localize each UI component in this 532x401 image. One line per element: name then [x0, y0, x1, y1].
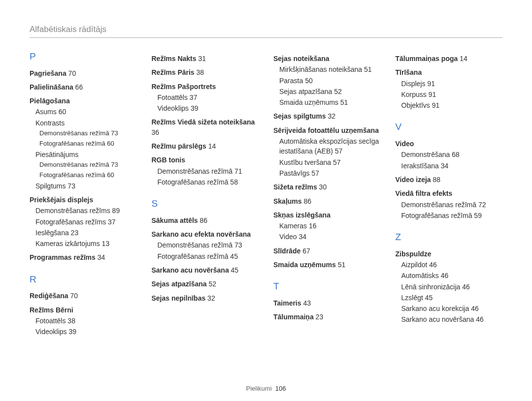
index-subentry[interactable]: Demonstrēšana 68 — [396, 150, 503, 159]
index-entry[interactable]: Priekšējais displejs — [30, 195, 137, 205]
index-letter: R — [30, 273, 137, 286]
index-subentry[interactable]: Video 34 — [273, 232, 381, 242]
index-letter: P — [30, 50, 137, 63]
column-2: Režīms Nakts 31Režīms Pāris 38Režīms Paš… — [152, 50, 259, 337]
index-subsubentry[interactable]: Fotografēšanas režīmā 60 — [30, 171, 137, 180]
index-entry[interactable]: Režīms Bērni — [30, 305, 137, 315]
index-entry[interactable]: Sejas atpazīšana 52 — [152, 279, 259, 289]
index-entry[interactable]: Video — [396, 139, 503, 149]
page-ref: 32 — [207, 294, 215, 302]
index-subentry[interactable]: Demonstrēšanas režīmā 73 — [152, 240, 259, 250]
index-entry[interactable]: Skņas izslēgšana — [273, 210, 381, 220]
index-subentry[interactable]: Korpuss 91 — [396, 90, 503, 99]
index-subentry[interactable]: Kustību tveršana 57 — [273, 157, 381, 167]
index-entry[interactable]: Režīms Pāris 38 — [152, 67, 259, 77]
index-entry[interactable]: Zibspuldze — [396, 249, 503, 259]
index-subentry[interactable]: Lzslēgt 45 — [396, 293, 503, 303]
page-ref: 52 — [208, 280, 216, 288]
index-subentry[interactable]: Fotografēšanas režīmā 45 — [152, 251, 259, 261]
page-ref: 31 — [198, 55, 206, 62]
index-entry[interactable]: Sižeta režīms 30 — [273, 182, 381, 192]
index-subentry[interactable]: Sarkano acu korekcija 46 — [396, 304, 503, 313]
index-entry[interactable]: Sērijveida fotoattēlu uzņemšana — [273, 125, 381, 135]
index-entry[interactable]: Tālummaiņa 23 — [273, 312, 381, 322]
index-subentry[interactable]: Ieslēgšana 23 — [30, 228, 137, 238]
index-entry[interactable]: Tālummaiņas poga 14 — [396, 54, 503, 63]
index-subsubentry[interactable]: Fotografēšanas režīmā 60 — [30, 139, 137, 149]
index-subentry[interactable]: Asums 60 — [30, 107, 137, 117]
index-subentry[interactable]: Kameras izkārtojums 13 — [30, 239, 137, 248]
index-subentry[interactable]: Demonstrēšanas režīmā 72 — [396, 200, 503, 210]
index-entry[interactable]: Taimeris 43 — [273, 298, 381, 308]
index-subentry[interactable]: Sarkano acu novēršana 46 — [396, 314, 503, 324]
index-entry[interactable]: Režīms Nakts 31 — [152, 54, 259, 63]
index-entry[interactable]: Sejas spilgtums 32 — [273, 111, 381, 121]
index-subsubentry[interactable]: Demonstrēšanas režīmā 73 — [30, 160, 137, 170]
index-subentry[interactable]: Kontrasts — [30, 118, 137, 128]
index-entry[interactable]: Programmas režīms 34 — [30, 252, 137, 262]
page-ref: 34 — [98, 253, 105, 261]
page-ref: 45 — [231, 266, 239, 274]
index-subentry[interactable]: Pastāvīgs 57 — [273, 168, 381, 178]
index-subentry[interactable]: Aizpildot 46 — [396, 260, 503, 270]
index-subentry[interactable]: Automātiska ekspozīcijas secīga iestatīš… — [273, 136, 381, 156]
index-entry[interactable]: Sarkano acu novēršana 45 — [152, 265, 259, 275]
index-subentry[interactable]: Sejas atpazīšana 52 — [273, 87, 381, 96]
page-ref: 86 — [303, 197, 311, 205]
page-ref: 38 — [197, 68, 204, 76]
column-4: Tālummaiņas poga 14TīrīšanaDisplejs 91Ko… — [396, 50, 503, 337]
index-entry[interactable]: Skaļums 86 — [273, 196, 381, 206]
page-header: Alfabētiskais rādītājs — [30, 25, 502, 38]
index-subentry[interactable]: Lēnā sinhronizācija 46 — [396, 282, 503, 292]
index-letter: Z — [396, 230, 503, 244]
index-subentry[interactable]: Fotoattēls 38 — [30, 316, 137, 326]
index-subentry[interactable]: Smaida uzņēmums 51 — [273, 97, 381, 107]
index-entry[interactable]: Palielināšana 66 — [30, 82, 137, 92]
index-entry[interactable]: Sejas noteikšana — [273, 54, 381, 63]
index-letter: T — [273, 279, 381, 293]
page-ref: 67 — [302, 247, 310, 255]
index-entry[interactable]: Viedā filtra efekts — [396, 188, 503, 198]
page-ref: 43 — [303, 299, 311, 307]
page-ref: 51 — [338, 261, 346, 269]
page-ref: 23 — [316, 313, 324, 321]
index-subentry[interactable]: Objektīvs 91 — [396, 100, 503, 110]
index-subentry[interactable]: Parasta 50 — [273, 76, 381, 86]
index-subentry[interactable]: Mirkšķināšanas noteikšana 51 — [273, 64, 381, 74]
index-subsubentry[interactable]: Demonstrēšanas režīmā 73 — [30, 129, 137, 138]
index-letter: V — [396, 120, 503, 134]
index-subentry[interactable]: Automātisks 46 — [396, 271, 503, 280]
index-subentry[interactable]: Ierakstīšana 34 — [396, 161, 503, 171]
index-subentry[interactable]: Demonstrēšanas režīmā 71 — [152, 166, 259, 176]
index-entry[interactable]: Rediģēšana 70 — [30, 291, 137, 301]
index-entry[interactable]: Režīms Pašportrets — [152, 82, 259, 92]
index-subentry[interactable]: Displejs 91 — [396, 79, 503, 89]
index-subentry[interactable]: Demonstrēšanas režīms 89 — [30, 206, 137, 216]
index-subentry[interactable]: Videoklips 39 — [30, 327, 137, 337]
index-columns: PPagriešana 70Palielināšana 66Pielāgošan… — [30, 50, 502, 337]
index-entry[interactable]: RGB tonis — [152, 155, 259, 165]
index-entry[interactable]: Sarkano acu efekta novēršana — [152, 229, 259, 239]
index-entry[interactable]: Režīmu pārslēgs 14 — [152, 141, 259, 151]
page-ref: 88 — [433, 176, 441, 184]
index-subentry[interactable]: Piesātinājums — [30, 150, 137, 159]
page-footer: Pielikumi 106 — [30, 385, 502, 392]
index-subentry[interactable]: Fotoattēls 37 — [152, 93, 259, 102]
index-entry[interactable]: Sākuma attēls 86 — [152, 216, 259, 225]
index-subentry[interactable]: Fotografēšanas režīmā 59 — [396, 211, 503, 220]
page-ref: 70 — [70, 292, 78, 300]
index-entry[interactable]: Sejas nepilnības 32 — [152, 293, 259, 303]
index-subentry[interactable]: Fotografēšanas režīms 37 — [30, 217, 137, 227]
index-entry[interactable]: Video izeja 88 — [396, 175, 503, 185]
index-entry[interactable]: Slīdrāde 67 — [273, 246, 381, 256]
index-entry[interactable]: Pielāgošana — [30, 96, 137, 106]
index-subentry[interactable]: Spilgtums 73 — [30, 181, 137, 191]
index-entry[interactable]: Tīrīšana — [396, 67, 503, 77]
page-ref: 32 — [328, 112, 335, 120]
index-subentry[interactable]: Fotografēšanas režīmā 58 — [152, 177, 259, 187]
index-entry[interactable]: Smaida uzņēmums 51 — [273, 260, 381, 270]
index-entry[interactable]: Režīms Viedā sižeta noteikšana 36 — [152, 117, 259, 137]
index-subentry[interactable]: Videoklips 39 — [152, 103, 259, 113]
index-subentry[interactable]: Kameras 16 — [273, 221, 381, 231]
index-entry[interactable]: Pagriešana 70 — [30, 68, 137, 78]
